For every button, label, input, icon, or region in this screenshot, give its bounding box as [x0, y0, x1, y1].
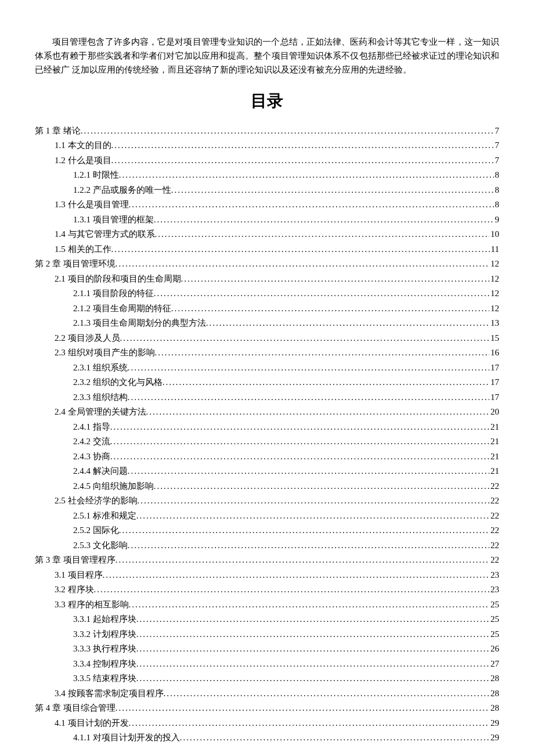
toc-entry-label: 2.4.5 向组织施加影响 [73, 479, 154, 494]
toc-entry[interactable]: 4.1 项目计划的开发29 [35, 716, 499, 731]
toc-entry-page: 22 [489, 479, 499, 494]
toc-entry-page: 29 [489, 716, 499, 731]
toc-entry[interactable]: 2.4 全局管理的关键方法20 [35, 405, 499, 420]
toc-entry-label: 第 2 章 项目管理环境 [35, 257, 116, 272]
toc-dots [128, 390, 489, 405]
toc-entry-page: 25 [489, 612, 499, 627]
toc-entry-page: 22 [489, 538, 499, 553]
toc-entry-page: 8 [494, 183, 500, 198]
toc-entry[interactable]: 3.4 按顾客需求制定项目程序28 [35, 686, 499, 701]
toc-entry-page: 8 [494, 168, 500, 183]
toc-entry-label: 2.5.1 标准和规定 [73, 509, 136, 524]
toc-entry-label: 2.3.2 组织的文化与风格 [73, 375, 163, 390]
toc-entry-label: 3.1 项目程序 [55, 568, 103, 583]
toc-entry-page: 8 [494, 197, 500, 213]
toc-entry[interactable]: 3.3 程序的相互影响25 [35, 597, 499, 613]
toc-entry[interactable]: 2.2 项目涉及人员15 [35, 331, 499, 346]
toc-entry[interactable]: 第 3 章 项目管理程序22 [35, 553, 499, 568]
toc-entry[interactable]: 2.4.5 向组织施加影响22 [35, 479, 499, 494]
toc-entry[interactable]: 1.5 相关的工作11 [35, 242, 499, 257]
toc-entry[interactable]: 1.3.1 项目管理的框架9 [35, 213, 499, 228]
toc-entry[interactable]: 1.2.2 产品或服务的唯一性8 [35, 183, 499, 198]
toc-entry[interactable]: 2.4.2 交流21 [35, 434, 499, 449]
toc-entry[interactable]: 2.1 项目的阶段和项目的生命周期12 [35, 272, 499, 287]
intro-paragraph: 项目管理包含了许多内容，它是对项目管理专业知识的一个总结，正如法律、医药和会计等… [35, 35, 499, 77]
toc-entry[interactable]: 2.3.3 组织结构17 [35, 390, 499, 405]
toc-dots [171, 301, 489, 316]
toc-entry-label: 第 4 章 项目综合管理 [35, 701, 116, 716]
toc-dots [136, 627, 489, 642]
toc-entry-label: 4.1 项目计划的开发 [55, 716, 129, 731]
toc-entry[interactable]: 3.3.1 起始程序块25 [35, 612, 499, 627]
toc-entry-label: 2.3.3 组织结构 [73, 390, 128, 405]
toc-entry-label: 2.2 项目涉及人员 [55, 331, 120, 346]
toc-entry-page: 28 [489, 686, 499, 701]
toc-dots [120, 331, 490, 346]
toc-entry[interactable]: 2.4.1 指导21 [35, 420, 499, 435]
toc-entry-page: 22 [489, 523, 499, 538]
toc-entry[interactable]: 第 2 章 项目管理环境12 [35, 257, 499, 272]
toc-entry-label: 2.4.4 解决问题 [73, 464, 128, 479]
toc-entry[interactable]: 3.2 程序块23 [35, 582, 499, 597]
toc-dots [111, 153, 494, 168]
toc-entry[interactable]: 2.1.1 项目阶段的特征12 [35, 286, 499, 301]
toc-dots [128, 538, 489, 553]
toc-entry[interactable]: 3.3.5 结束程序块28 [35, 671, 499, 686]
toc-entry-label: 2.5 社会经济学的影响 [55, 494, 138, 509]
toc-entry[interactable]: 3.3.3 执行程序块26 [35, 642, 499, 657]
toc-entry-label: 2.1 项目的阶段和项目的生命周期 [55, 272, 181, 287]
toc-entry[interactable]: 2.3.2 组织的文化与风格17 [35, 375, 499, 390]
toc-entry[interactable]: 第 4 章 项目综合管理28 [35, 701, 499, 716]
toc-entry[interactable]: 2.5 社会经济学的影响22 [35, 494, 499, 509]
toc-entry-label: 3.4 按顾客需求制定项目程序 [55, 686, 164, 701]
toc-entry[interactable]: 3.3.2 计划程序块25 [35, 627, 499, 642]
toc-dots [119, 523, 489, 538]
toc-entry[interactable]: 2.5.2 国际化22 [35, 523, 499, 538]
toc-entry-page: 28 [489, 671, 499, 686]
toc-entry[interactable]: 2.5.1 标准和规定22 [35, 509, 499, 524]
toc-title: 目录 [35, 88, 499, 114]
toc-dots [129, 597, 490, 613]
toc-entry[interactable]: 2.1.3 项目生命周期划分的典型方法13 [35, 316, 499, 331]
toc-entry[interactable]: 2.3 组织对项目产生的影响16 [35, 345, 499, 361]
toc-entry[interactable]: 2.3.1 组织系统17 [35, 361, 499, 376]
toc-entry-page: 21 [489, 434, 499, 449]
toc-entry-label: 2.3.1 组织系统 [73, 361, 128, 376]
toc-entry[interactable]: 2.4.4 解决问题21 [35, 464, 499, 479]
toc-dots [111, 242, 490, 257]
toc-entry[interactable]: 1.2 什么是项目7 [35, 153, 499, 168]
toc-entry-page: 29 [489, 730, 499, 746]
toc-dots [154, 479, 489, 494]
toc-entry-page: 25 [489, 597, 499, 613]
toc-entry-label: 1.5 相关的工作 [55, 242, 111, 257]
toc-dots [136, 642, 489, 657]
toc-entry[interactable]: 3.3.4 控制程序块27 [35, 657, 499, 672]
toc-entry-page: 22 [489, 509, 499, 524]
toc-entry-label: 2.5.2 国际化 [73, 523, 119, 538]
toc-dots [129, 716, 490, 731]
toc-entry-page: 20 [489, 405, 499, 420]
toc-entry[interactable]: 第 1 章 绪论7 [35, 124, 499, 139]
toc-entry-label: 2.5.3 文化影响 [73, 538, 128, 553]
toc-entry[interactable]: 1.3 什么是项目管理8 [35, 197, 499, 213]
toc-dots [154, 286, 489, 301]
toc-entry-label: 3.3.1 起始程序块 [73, 612, 136, 627]
toc-entry-page: 15 [489, 331, 499, 346]
toc-entry[interactable]: 2.1.2 项目生命周期的特征12 [35, 301, 499, 316]
toc-entry-label: 3.3 程序的相互影响 [55, 597, 129, 613]
toc-entry[interactable]: 2.4.3 协商21 [35, 449, 499, 465]
toc-dots [111, 138, 494, 153]
toc-entry-page: 25 [489, 627, 499, 642]
toc-entry[interactable]: 1.1 本文的目的7 [35, 138, 499, 153]
toc-entry[interactable]: 4.1.1 对项目计划开发的投入29 [35, 730, 499, 746]
table-of-contents: 第 1 章 绪论71.1 本文的目的71.2 什么是项目71.2.1 时限性81… [35, 124, 499, 746]
toc-entry[interactable]: 3.1 项目程序23 [35, 568, 499, 583]
toc-entry-page: 10 [489, 227, 499, 242]
toc-dots [94, 582, 490, 597]
toc-entry[interactable]: 1.2.1 时限性8 [35, 168, 499, 183]
toc-entry[interactable]: 2.5.3 文化影响22 [35, 538, 499, 553]
toc-entry[interactable]: 1.4 与其它管理方式的联系10 [35, 227, 499, 242]
toc-entry-label: 第 3 章 项目管理程序 [35, 553, 116, 568]
toc-dots [119, 168, 494, 183]
toc-dots [181, 272, 490, 287]
